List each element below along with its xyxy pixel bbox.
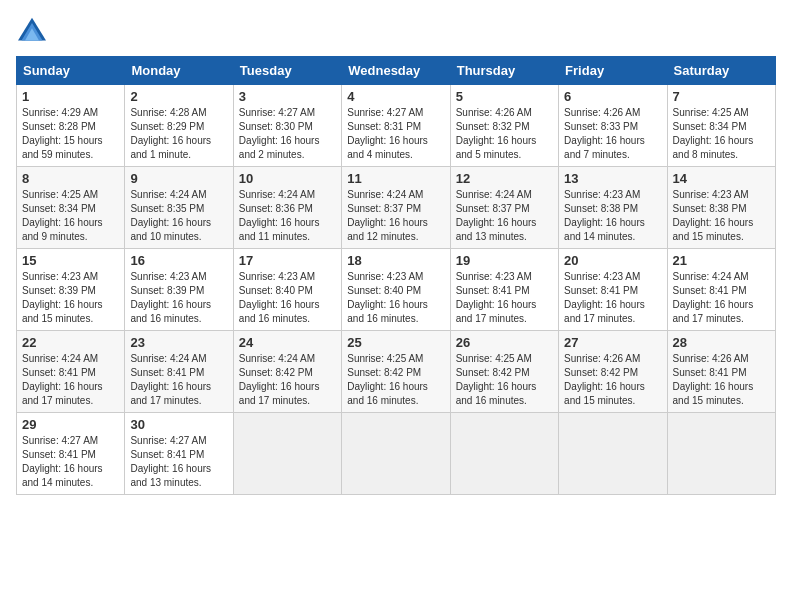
day-number: 2 <box>130 89 227 104</box>
day-number: 26 <box>456 335 553 350</box>
calendar-cell: 6 Sunrise: 4:26 AM Sunset: 8:33 PM Dayli… <box>559 85 667 167</box>
calendar-week-row: 8 Sunrise: 4:25 AM Sunset: 8:34 PM Dayli… <box>17 167 776 249</box>
daylight-label: Daylight: 16 hours and 13 minutes. <box>130 463 211 488</box>
calendar-week-row: 1 Sunrise: 4:29 AM Sunset: 8:28 PM Dayli… <box>17 85 776 167</box>
sunset-label: Sunset: 8:41 PM <box>22 367 96 378</box>
calendar-cell: 27 Sunrise: 4:26 AM Sunset: 8:42 PM Dayl… <box>559 331 667 413</box>
calendar-cell: 28 Sunrise: 4:26 AM Sunset: 8:41 PM Dayl… <box>667 331 775 413</box>
day-info: Sunrise: 4:28 AM Sunset: 8:29 PM Dayligh… <box>130 106 227 162</box>
sunrise-label: Sunrise: 4:23 AM <box>564 189 640 200</box>
daylight-label: Daylight: 16 hours and 17 minutes. <box>673 299 754 324</box>
daylight-label: Daylight: 16 hours and 15 minutes. <box>564 381 645 406</box>
day-number: 12 <box>456 171 553 186</box>
calendar-cell <box>342 413 450 495</box>
daylight-label: Daylight: 16 hours and 8 minutes. <box>673 135 754 160</box>
daylight-label: Daylight: 16 hours and 2 minutes. <box>239 135 320 160</box>
daylight-label: Daylight: 16 hours and 12 minutes. <box>347 217 428 242</box>
calendar-cell: 18 Sunrise: 4:23 AM Sunset: 8:40 PM Dayl… <box>342 249 450 331</box>
weekday-header: Sunday <box>17 57 125 85</box>
day-number: 15 <box>22 253 119 268</box>
sunset-label: Sunset: 8:42 PM <box>456 367 530 378</box>
daylight-label: Daylight: 16 hours and 4 minutes. <box>347 135 428 160</box>
day-info: Sunrise: 4:29 AM Sunset: 8:28 PM Dayligh… <box>22 106 119 162</box>
day-number: 27 <box>564 335 661 350</box>
daylight-label: Daylight: 16 hours and 16 minutes. <box>130 299 211 324</box>
day-info: Sunrise: 4:23 AM Sunset: 8:41 PM Dayligh… <box>456 270 553 326</box>
calendar-cell <box>667 413 775 495</box>
day-info: Sunrise: 4:27 AM Sunset: 8:41 PM Dayligh… <box>130 434 227 490</box>
day-info: Sunrise: 4:23 AM Sunset: 8:38 PM Dayligh… <box>564 188 661 244</box>
day-info: Sunrise: 4:23 AM Sunset: 8:40 PM Dayligh… <box>239 270 336 326</box>
calendar-cell: 12 Sunrise: 4:24 AM Sunset: 8:37 PM Dayl… <box>450 167 558 249</box>
daylight-label: Daylight: 16 hours and 16 minutes. <box>347 299 428 324</box>
sunset-label: Sunset: 8:31 PM <box>347 121 421 132</box>
day-number: 3 <box>239 89 336 104</box>
sunrise-label: Sunrise: 4:27 AM <box>239 107 315 118</box>
day-number: 28 <box>673 335 770 350</box>
day-number: 22 <box>22 335 119 350</box>
calendar-cell: 13 Sunrise: 4:23 AM Sunset: 8:38 PM Dayl… <box>559 167 667 249</box>
day-info: Sunrise: 4:26 AM Sunset: 8:42 PM Dayligh… <box>564 352 661 408</box>
sunrise-label: Sunrise: 4:24 AM <box>239 189 315 200</box>
calendar-cell: 9 Sunrise: 4:24 AM Sunset: 8:35 PM Dayli… <box>125 167 233 249</box>
daylight-label: Daylight: 16 hours and 5 minutes. <box>456 135 537 160</box>
sunset-label: Sunset: 8:33 PM <box>564 121 638 132</box>
sunset-label: Sunset: 8:41 PM <box>673 285 747 296</box>
day-number: 30 <box>130 417 227 432</box>
day-number: 13 <box>564 171 661 186</box>
day-number: 19 <box>456 253 553 268</box>
sunset-label: Sunset: 8:35 PM <box>130 203 204 214</box>
day-info: Sunrise: 4:24 AM Sunset: 8:35 PM Dayligh… <box>130 188 227 244</box>
day-info: Sunrise: 4:27 AM Sunset: 8:30 PM Dayligh… <box>239 106 336 162</box>
day-info: Sunrise: 4:23 AM Sunset: 8:39 PM Dayligh… <box>22 270 119 326</box>
day-number: 23 <box>130 335 227 350</box>
calendar-week-row: 15 Sunrise: 4:23 AM Sunset: 8:39 PM Dayl… <box>17 249 776 331</box>
sunrise-label: Sunrise: 4:24 AM <box>456 189 532 200</box>
sunrise-label: Sunrise: 4:27 AM <box>347 107 423 118</box>
day-number: 4 <box>347 89 444 104</box>
daylight-label: Daylight: 16 hours and 16 minutes. <box>456 381 537 406</box>
daylight-label: Daylight: 16 hours and 1 minute. <box>130 135 211 160</box>
day-info: Sunrise: 4:23 AM Sunset: 8:41 PM Dayligh… <box>564 270 661 326</box>
day-number: 1 <box>22 89 119 104</box>
day-info: Sunrise: 4:26 AM Sunset: 8:41 PM Dayligh… <box>673 352 770 408</box>
day-info: Sunrise: 4:27 AM Sunset: 8:31 PM Dayligh… <box>347 106 444 162</box>
day-number: 25 <box>347 335 444 350</box>
calendar-cell: 21 Sunrise: 4:24 AM Sunset: 8:41 PM Dayl… <box>667 249 775 331</box>
day-info: Sunrise: 4:25 AM Sunset: 8:42 PM Dayligh… <box>347 352 444 408</box>
day-info: Sunrise: 4:26 AM Sunset: 8:32 PM Dayligh… <box>456 106 553 162</box>
sunrise-label: Sunrise: 4:24 AM <box>239 353 315 364</box>
day-number: 16 <box>130 253 227 268</box>
daylight-label: Daylight: 16 hours and 17 minutes. <box>22 381 103 406</box>
day-info: Sunrise: 4:27 AM Sunset: 8:41 PM Dayligh… <box>22 434 119 490</box>
calendar-cell <box>559 413 667 495</box>
calendar-cell: 24 Sunrise: 4:24 AM Sunset: 8:42 PM Dayl… <box>233 331 341 413</box>
day-number: 20 <box>564 253 661 268</box>
day-number: 9 <box>130 171 227 186</box>
day-info: Sunrise: 4:24 AM Sunset: 8:42 PM Dayligh… <box>239 352 336 408</box>
calendar-header-row: SundayMondayTuesdayWednesdayThursdayFrid… <box>17 57 776 85</box>
sunrise-label: Sunrise: 4:26 AM <box>456 107 532 118</box>
day-number: 8 <box>22 171 119 186</box>
day-info: Sunrise: 4:25 AM Sunset: 8:34 PM Dayligh… <box>673 106 770 162</box>
sunset-label: Sunset: 8:38 PM <box>564 203 638 214</box>
sunset-label: Sunset: 8:40 PM <box>239 285 313 296</box>
day-info: Sunrise: 4:24 AM Sunset: 8:41 PM Dayligh… <box>22 352 119 408</box>
calendar-cell: 10 Sunrise: 4:24 AM Sunset: 8:36 PM Dayl… <box>233 167 341 249</box>
sunrise-label: Sunrise: 4:23 AM <box>130 271 206 282</box>
sunset-label: Sunset: 8:37 PM <box>347 203 421 214</box>
calendar-cell: 25 Sunrise: 4:25 AM Sunset: 8:42 PM Dayl… <box>342 331 450 413</box>
weekday-header: Saturday <box>667 57 775 85</box>
sunset-label: Sunset: 8:41 PM <box>130 449 204 460</box>
calendar-cell: 22 Sunrise: 4:24 AM Sunset: 8:41 PM Dayl… <box>17 331 125 413</box>
calendar-cell: 17 Sunrise: 4:23 AM Sunset: 8:40 PM Dayl… <box>233 249 341 331</box>
sunrise-label: Sunrise: 4:24 AM <box>22 353 98 364</box>
sunset-label: Sunset: 8:38 PM <box>673 203 747 214</box>
calendar-cell: 29 Sunrise: 4:27 AM Sunset: 8:41 PM Dayl… <box>17 413 125 495</box>
day-number: 18 <box>347 253 444 268</box>
calendar-cell: 20 Sunrise: 4:23 AM Sunset: 8:41 PM Dayl… <box>559 249 667 331</box>
sunrise-label: Sunrise: 4:25 AM <box>22 189 98 200</box>
day-info: Sunrise: 4:24 AM Sunset: 8:41 PM Dayligh… <box>673 270 770 326</box>
daylight-label: Daylight: 16 hours and 15 minutes. <box>673 381 754 406</box>
sunset-label: Sunset: 8:37 PM <box>456 203 530 214</box>
